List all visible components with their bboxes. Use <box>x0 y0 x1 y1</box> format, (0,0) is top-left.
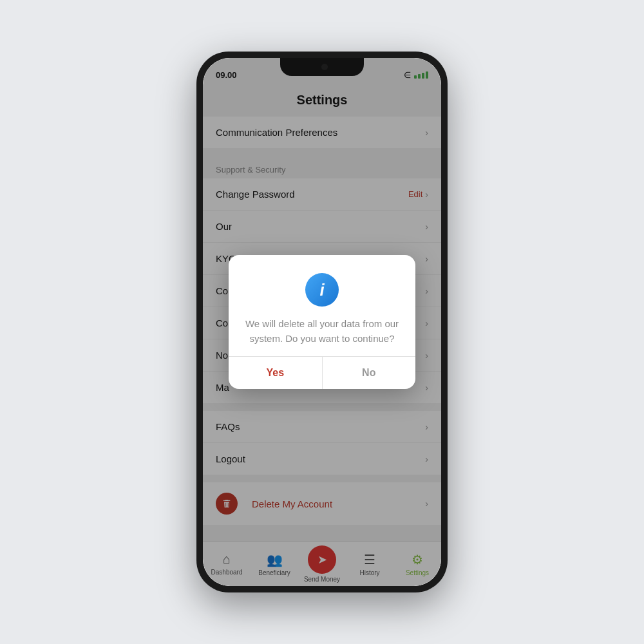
phone-frame: 09.00 ∈ Settings Communication Preferenc… <box>196 52 448 592</box>
dialog-no-button[interactable]: No <box>323 357 416 389</box>
dialog-message: We will delete all your data from our sy… <box>244 317 400 346</box>
dialog-info-icon: i <box>305 273 339 307</box>
dialog-body: i We will delete all your data from our … <box>229 255 415 356</box>
dialog-overlay: i We will delete all your data from our … <box>203 58 441 586</box>
dialog-icon-label: i <box>319 280 324 300</box>
confirm-dialog: i We will delete all your data from our … <box>229 255 415 389</box>
dialog-yes-button[interactable]: Yes <box>229 357 323 389</box>
phone-screen: 09.00 ∈ Settings Communication Preferenc… <box>203 58 441 586</box>
dialog-actions: Yes No <box>229 356 415 389</box>
